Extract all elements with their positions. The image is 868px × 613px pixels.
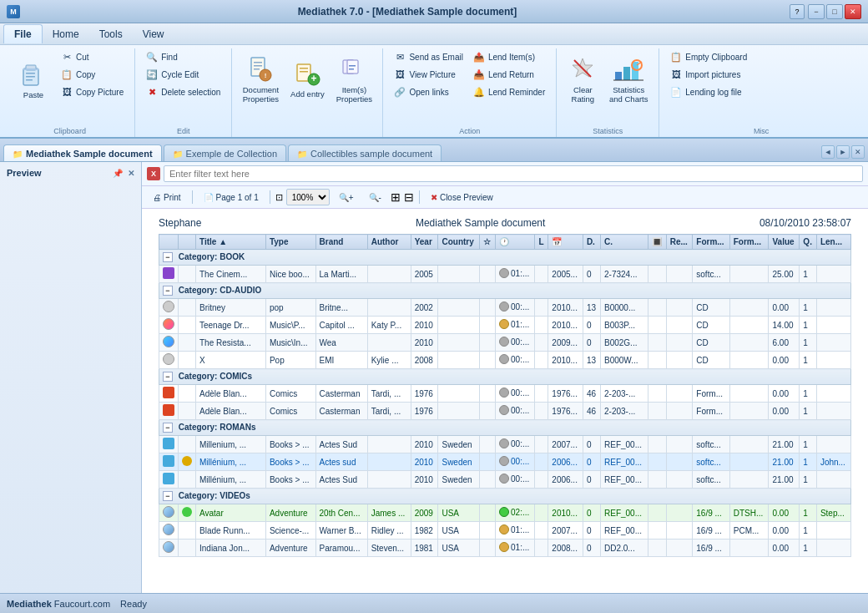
close-preview-button[interactable]: ✖ Close Preview (425, 190, 499, 205)
table-row[interactable]: Adèle Blan... Comics Casterman Tardi, ..… (159, 385, 851, 403)
table-row[interactable]: Blade Runn... Science-... Warner B... Ri… (159, 522, 851, 540)
close-button[interactable]: ✕ (845, 4, 861, 19)
data-area[interactable]: Stephane Mediathek Sample document 08/10… (142, 209, 868, 593)
maximize-button[interactable]: □ (826, 4, 843, 19)
col-d[interactable]: D. (583, 235, 600, 250)
paste-button[interactable]: Paste (12, 48, 55, 109)
statistics-charts-button[interactable]: Statistics and Charts (605, 48, 652, 109)
menu-tab-home[interactable]: Home (43, 25, 89, 43)
table-row[interactable]: Millénium, ... Books > ... Actes Sud 201… (159, 471, 851, 489)
col-author[interactable]: Author (367, 235, 411, 250)
zoom-out-button[interactable]: 🔍- (363, 190, 387, 205)
cut-button[interactable]: ✂ Cut (57, 48, 93, 65)
empty-clipboard-icon: 📋 (670, 51, 682, 63)
menu-tab-view[interactable]: View (133, 25, 174, 43)
import-pictures-button[interactable]: 🖼 Import pictures (666, 66, 744, 83)
doc-tab-exemple-collection[interactable]: 📁 Exemple de Collection (164, 144, 286, 161)
col-l[interactable]: L (535, 235, 548, 250)
col-year[interactable]: Year (411, 235, 438, 250)
row-title: The Resista... (196, 334, 266, 352)
col-barcode[interactable]: 🔳 (648, 235, 666, 250)
row-icon1 (159, 266, 179, 283)
table-row[interactable]: Millenium, ... Books > ... Actes Sud 201… (159, 436, 851, 453)
col-len[interactable]: Len... (816, 235, 850, 250)
panel-close-button[interactable]: ✕ (128, 169, 134, 178)
empty-clipboard-button[interactable]: 📋 Empty Clipboard (666, 48, 751, 65)
collapse-romans[interactable]: − (163, 423, 173, 433)
collapse-book[interactable]: − (163, 252, 173, 262)
document-properties-button[interactable]: ! Document Properties (239, 48, 282, 109)
item-properties-label: Item(s) Properties (335, 85, 373, 104)
menu-tab-file[interactable]: File (3, 24, 43, 43)
filter-input[interactable] (164, 165, 863, 182)
row-year: 2010 (411, 317, 438, 334)
lend-reminder-button[interactable]: 🔔 Lend Reminder (469, 84, 549, 100)
misc-items: 📋 Empty Clipboard 🖼 Import pictures 📄 Le… (666, 48, 856, 135)
col-date[interactable]: 📅 (548, 235, 583, 250)
row-year: 2010 (411, 471, 438, 489)
col-brand[interactable]: Brand (315, 235, 367, 250)
col-re[interactable]: Re... (666, 235, 693, 250)
minimize-button[interactable]: − (808, 4, 825, 19)
col-value[interactable]: Value (769, 235, 800, 250)
add-entry-button[interactable]: + Add entry (285, 48, 329, 109)
row-type: Pop (265, 352, 315, 369)
row-form1: 16/9 ... (693, 540, 729, 557)
col-star[interactable]: ☆ (480, 235, 496, 250)
zoom-select[interactable]: 100% 50% 75% 125% 150% 200% (286, 189, 330, 205)
find-button[interactable]: 🔍 Find (142, 48, 181, 65)
col-form1[interactable]: Form... (693, 235, 729, 250)
col-type[interactable]: Type (265, 235, 315, 250)
table-row[interactable]: Britney pop Britne... 2002 00:... 2010..… (159, 299, 851, 317)
table-row[interactable]: Indiana Jon... Adventure Paramou... Stev… (159, 540, 851, 557)
row-l (535, 317, 548, 334)
row-re (666, 471, 693, 489)
col-c[interactable]: C. (600, 235, 648, 250)
lend-return-button[interactable]: 📥 Lend Return (469, 66, 538, 83)
table-row[interactable]: Teenage Dr... Music\P... Capitol ... Kat… (159, 317, 851, 334)
send-email-button[interactable]: ✉ Send as Email (390, 48, 467, 65)
lending-log-label: Lending log file (685, 88, 741, 97)
table-row[interactable]: The Cinem... Nice boo... La Marti... 200… (159, 266, 851, 283)
print-button[interactable]: 🖨 Print (147, 190, 187, 205)
row-country (438, 266, 480, 283)
tab-nav-prev[interactable]: ◄ (821, 145, 835, 159)
col-title[interactable]: Title ▲ (196, 235, 266, 250)
row-d: 0 (583, 522, 600, 540)
clear-rating-button[interactable]: Clear Rating (563, 48, 602, 109)
open-links-button[interactable]: 🔗 Open links (390, 84, 452, 100)
collapse-cd-audio[interactable]: − (163, 286, 173, 296)
table-row-highlighted[interactable]: Millénium, ... Books > ... Actes sud 201… (159, 453, 851, 471)
table-row[interactable]: X Pop EMI Kylie ... 2008 00:... 2010... … (159, 352, 851, 369)
help-button[interactable]: ? (790, 4, 805, 19)
pin-button[interactable]: 📌 (113, 169, 123, 178)
delete-selection-button[interactable]: ✖ Delete selection (142, 84, 225, 100)
tab-nav-close[interactable]: ✕ (851, 145, 865, 159)
col-icon2 (179, 235, 196, 250)
copy-picture-button[interactable]: 🖼 Copy Picture (57, 84, 128, 100)
filter-clear-button[interactable]: X (147, 167, 160, 180)
col-country[interactable]: Country (438, 235, 480, 250)
collapse-comics[interactable]: − (163, 372, 173, 382)
tab-nav-next[interactable]: ► (836, 145, 850, 159)
table-row-green[interactable]: Avatar Adventure 20th Cen... James ... 2… (159, 504, 851, 522)
menu-tab-tools[interactable]: Tools (89, 25, 133, 43)
lend-items-button[interactable]: 📤 Lend Item(s) (469, 48, 539, 65)
svg-rect-2 (23, 68, 38, 70)
zoom-in-button[interactable]: 🔍+ (333, 190, 360, 205)
collapse-videos[interactable]: − (163, 491, 173, 501)
row-date: 2008... (548, 540, 583, 557)
doc-tab-mediathek-sample[interactable]: 📁 Mediathek Sample document (3, 144, 162, 161)
col-qty[interactable]: Q. (800, 235, 817, 250)
table-row[interactable]: Adèle Blan... Comics Casterman Tardi, ..… (159, 403, 851, 420)
copy-button[interactable]: 📋 Copy (57, 66, 99, 83)
item-properties-button[interactable]: Item(s) Properties (332, 48, 376, 109)
lending-log-button[interactable]: 📄 Lending log file (666, 84, 745, 100)
col-time[interactable]: 🕐 (496, 235, 535, 250)
cut-label: Cut (76, 53, 89, 62)
table-row[interactable]: The Resista... Music\In... Wea 2010 00:.… (159, 334, 851, 352)
col-form2[interactable]: Form... (729, 235, 769, 250)
doc-tab-collectibles-sample[interactable]: 📁 Collectibles sample document (288, 144, 442, 161)
cycle-edit-button[interactable]: 🔄 Cycle Edit (142, 66, 203, 83)
view-picture-button[interactable]: 🖼 View Picture (390, 66, 459, 83)
